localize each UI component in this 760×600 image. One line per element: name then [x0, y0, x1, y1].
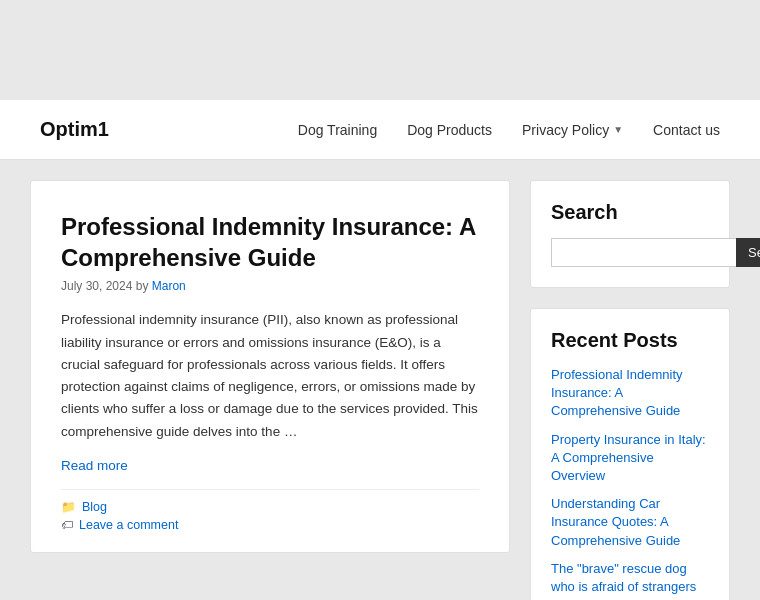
search-widget: Search Search [530, 180, 730, 288]
article-by: by [136, 279, 152, 293]
article-category-link[interactable]: Blog [82, 500, 107, 514]
top-banner [0, 0, 760, 100]
recent-post-item: Professional Indemnity Insurance: A Comp… [551, 366, 709, 421]
content-area: Professional Indemnity Insurance: A Comp… [30, 180, 510, 600]
search-form: Search [551, 238, 709, 267]
article-excerpt: Professional indemnity insurance (PII), … [61, 309, 479, 443]
recent-posts-list: Professional Indemnity Insurance: A Comp… [551, 366, 709, 600]
sidebar: Search Search Recent Posts Professional … [530, 180, 730, 600]
article-footer: 📁 Blog 🏷 Leave a comment [61, 489, 479, 532]
recent-posts-title: Recent Posts [551, 329, 709, 352]
recent-post-item: Understanding Car Insurance Quotes: A Co… [551, 495, 709, 550]
recent-posts-widget: Recent Posts Professional Indemnity Insu… [530, 308, 730, 600]
article-title: Professional Indemnity Insurance: A Comp… [61, 211, 479, 273]
nav-contact-us[interactable]: Contact us [653, 122, 720, 138]
tag-icon: 🏷 [61, 518, 73, 532]
nav-dog-training[interactable]: Dog Training [298, 122, 377, 138]
main-wrapper: Professional Indemnity Insurance: A Comp… [0, 160, 760, 600]
recent-post-link[interactable]: Understanding Car Insurance Quotes: A Co… [551, 495, 709, 550]
search-input[interactable] [551, 238, 736, 267]
folder-icon: 📁 [61, 500, 76, 514]
read-more-link[interactable]: Read more [61, 458, 128, 473]
article-date: July 30, 2024 [61, 279, 132, 293]
article-category-row: 📁 Blog [61, 500, 479, 514]
article-meta: July 30, 2024 by Maron [61, 279, 479, 293]
nav-privacy-policy[interactable]: Privacy Policy ▼ [522, 122, 623, 138]
site-header: Optim1 Dog Training Dog Products Privacy… [0, 100, 760, 160]
article-author[interactable]: Maron [152, 279, 186, 293]
recent-post-item: Property Insurance in Italy: A Comprehen… [551, 431, 709, 486]
article-comment-row: 🏷 Leave a comment [61, 518, 479, 532]
search-button[interactable]: Search [736, 238, 760, 267]
site-nav: Dog Training Dog Products Privacy Policy… [298, 122, 720, 138]
recent-post-item: The "brave" rescue dog who is afraid of … [551, 560, 709, 600]
nav-dog-products[interactable]: Dog Products [407, 122, 492, 138]
recent-post-link[interactable]: Property Insurance in Italy: A Comprehen… [551, 431, 709, 486]
site-logo[interactable]: Optim1 [40, 118, 109, 141]
article-comment-link[interactable]: Leave a comment [79, 518, 178, 532]
search-widget-title: Search [551, 201, 709, 224]
recent-post-link[interactable]: Professional Indemnity Insurance: A Comp… [551, 366, 709, 421]
chevron-down-icon: ▼ [613, 124, 623, 135]
recent-post-link[interactable]: The "brave" rescue dog who is afraid of … [551, 560, 709, 600]
article-card: Professional Indemnity Insurance: A Comp… [30, 180, 510, 553]
